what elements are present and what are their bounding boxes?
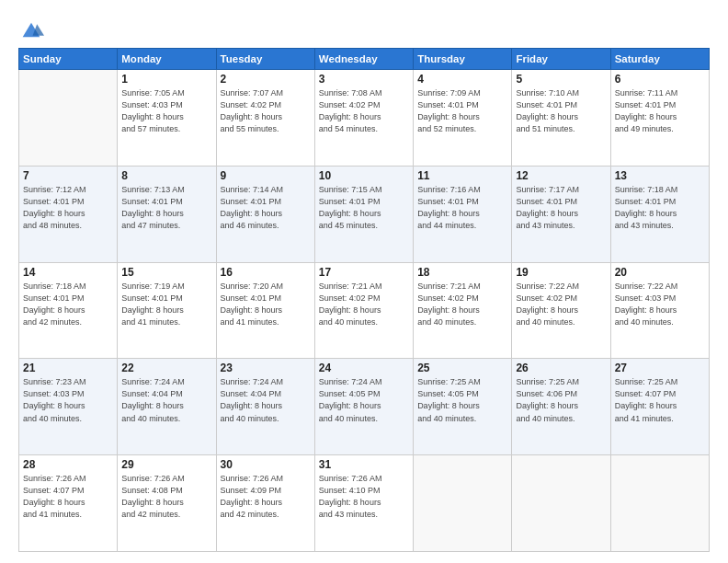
day-number: 26 — [516, 362, 606, 374]
day-number: 27 — [615, 362, 705, 374]
day-number: 12 — [516, 169, 606, 182]
logo — [18, 18, 48, 44]
day-detail: Sunrise: 7:09 AM Sunset: 4:01 PM Dayligh… — [417, 87, 507, 135]
day-detail: Sunrise: 7:21 AM Sunset: 4:02 PM Dayligh… — [417, 281, 507, 328]
day-number: 1 — [121, 73, 211, 86]
day-number: 16 — [221, 266, 311, 279]
day-number: 22 — [121, 362, 211, 374]
calendar-cell — [19, 70, 118, 167]
weekday-header-monday: Monday — [118, 49, 216, 70]
calendar-cell: 24Sunrise: 7:24 AM Sunset: 4:05 PM Dayli… — [314, 359, 413, 455]
day-number: 31 — [319, 458, 409, 471]
calendar-cell: 23Sunrise: 7:24 AM Sunset: 4:04 PM Dayli… — [216, 359, 314, 455]
weekday-header-thursday: Thursday — [414, 49, 512, 70]
calendar-cell: 20Sunrise: 7:22 AM Sunset: 4:03 PM Dayli… — [610, 262, 709, 359]
day-number: 17 — [319, 266, 409, 279]
day-detail: Sunrise: 7:23 AM Sunset: 4:03 PM Dayligh… — [23, 376, 113, 424]
day-detail: Sunrise: 7:24 AM Sunset: 4:05 PM Dayligh… — [319, 376, 409, 424]
day-detail: Sunrise: 7:16 AM Sunset: 4:01 PM Dayligh… — [417, 184, 507, 232]
calendar-cell: 26Sunrise: 7:25 AM Sunset: 4:06 PM Dayli… — [512, 359, 610, 455]
calendar-cell: 5Sunrise: 7:10 AM Sunset: 4:01 PM Daylig… — [512, 70, 610, 167]
day-number: 30 — [221, 458, 311, 471]
calendar-cell: 25Sunrise: 7:25 AM Sunset: 4:05 PM Dayli… — [414, 359, 512, 455]
calendar-cell: 17Sunrise: 7:21 AM Sunset: 4:02 PM Dayli… — [314, 262, 413, 359]
day-detail: Sunrise: 7:22 AM Sunset: 4:02 PM Dayligh… — [516, 281, 606, 328]
weekday-header-tuesday: Tuesday — [216, 49, 314, 70]
day-number: 24 — [319, 362, 409, 374]
day-detail: Sunrise: 7:18 AM Sunset: 4:01 PM Dayligh… — [615, 184, 705, 232]
calendar-cell: 9Sunrise: 7:14 AM Sunset: 4:01 PM Daylig… — [216, 166, 314, 262]
day-detail: Sunrise: 7:25 AM Sunset: 4:05 PM Dayligh… — [417, 376, 507, 424]
calendar-cell: 13Sunrise: 7:18 AM Sunset: 4:01 PM Dayli… — [610, 166, 709, 262]
calendar-cell: 8Sunrise: 7:13 AM Sunset: 4:01 PM Daylig… — [118, 166, 216, 262]
day-detail: Sunrise: 7:24 AM Sunset: 4:04 PM Dayligh… — [121, 376, 211, 424]
day-detail: Sunrise: 7:18 AM Sunset: 4:01 PM Dayligh… — [23, 281, 113, 328]
day-detail: Sunrise: 7:15 AM Sunset: 4:01 PM Dayligh… — [319, 184, 409, 232]
day-detail: Sunrise: 7:26 AM Sunset: 4:08 PM Dayligh… — [121, 473, 211, 521]
calendar-cell: 19Sunrise: 7:22 AM Sunset: 4:02 PM Dayli… — [512, 262, 610, 359]
day-number: 2 — [221, 73, 311, 86]
day-detail: Sunrise: 7:22 AM Sunset: 4:03 PM Dayligh… — [615, 281, 705, 328]
weekday-header-wednesday: Wednesday — [314, 49, 413, 70]
day-number: 19 — [516, 266, 606, 279]
day-detail: Sunrise: 7:05 AM Sunset: 4:03 PM Dayligh… — [121, 87, 211, 135]
calendar-cell: 15Sunrise: 7:19 AM Sunset: 4:01 PM Dayli… — [118, 262, 216, 359]
calendar-cell: 29Sunrise: 7:26 AM Sunset: 4:08 PM Dayli… — [118, 455, 216, 552]
day-number: 6 — [615, 73, 705, 86]
weekday-header-saturday: Saturday — [610, 49, 709, 70]
day-number: 8 — [121, 169, 211, 182]
calendar-cell: 4Sunrise: 7:09 AM Sunset: 4:01 PM Daylig… — [414, 70, 512, 167]
calendar-cell: 27Sunrise: 7:25 AM Sunset: 4:07 PM Dayli… — [610, 359, 709, 455]
day-detail: Sunrise: 7:26 AM Sunset: 4:09 PM Dayligh… — [221, 473, 311, 521]
day-number: 7 — [23, 169, 113, 182]
calendar-cell: 31Sunrise: 7:26 AM Sunset: 4:10 PM Dayli… — [314, 455, 413, 552]
day-number: 3 — [319, 73, 409, 86]
weekday-header-sunday: Sunday — [19, 49, 118, 70]
logo-icon — [18, 18, 44, 44]
day-detail: Sunrise: 7:07 AM Sunset: 4:02 PM Dayligh… — [221, 87, 311, 135]
calendar-row-3: 21Sunrise: 7:23 AM Sunset: 4:03 PM Dayli… — [19, 359, 710, 455]
calendar-cell: 30Sunrise: 7:26 AM Sunset: 4:09 PM Dayli… — [216, 455, 314, 552]
header — [18, 15, 710, 44]
day-detail: Sunrise: 7:25 AM Sunset: 4:06 PM Dayligh… — [516, 376, 606, 424]
calendar-cell: 16Sunrise: 7:20 AM Sunset: 4:01 PM Dayli… — [216, 262, 314, 359]
day-detail: Sunrise: 7:11 AM Sunset: 4:01 PM Dayligh… — [615, 87, 705, 135]
day-detail: Sunrise: 7:08 AM Sunset: 4:02 PM Dayligh… — [319, 87, 409, 135]
calendar-cell: 10Sunrise: 7:15 AM Sunset: 4:01 PM Dayli… — [314, 166, 413, 262]
day-detail: Sunrise: 7:26 AM Sunset: 4:07 PM Dayligh… — [23, 473, 113, 521]
day-number: 29 — [121, 458, 211, 471]
day-number: 13 — [615, 169, 705, 182]
calendar-cell: 7Sunrise: 7:12 AM Sunset: 4:01 PM Daylig… — [19, 166, 118, 262]
day-detail: Sunrise: 7:14 AM Sunset: 4:01 PM Dayligh… — [221, 184, 311, 232]
day-number: 20 — [615, 266, 705, 279]
calendar-table: SundayMondayTuesdayWednesdayThursdayFrid… — [18, 48, 710, 552]
day-number: 10 — [319, 169, 409, 182]
day-number: 18 — [417, 266, 507, 279]
day-detail: Sunrise: 7:21 AM Sunset: 4:02 PM Dayligh… — [319, 281, 409, 328]
calendar-cell: 6Sunrise: 7:11 AM Sunset: 4:01 PM Daylig… — [610, 70, 709, 167]
day-number: 4 — [417, 73, 507, 86]
calendar-cell: 14Sunrise: 7:18 AM Sunset: 4:01 PM Dayli… — [19, 262, 118, 359]
day-detail: Sunrise: 7:19 AM Sunset: 4:01 PM Dayligh… — [121, 281, 211, 328]
day-number: 11 — [417, 169, 507, 182]
page: SundayMondayTuesdayWednesdayThursdayFrid… — [0, 0, 728, 563]
day-number: 23 — [221, 362, 311, 374]
calendar-cell — [610, 455, 709, 552]
day-number: 25 — [417, 362, 507, 374]
calendar-cell: 21Sunrise: 7:23 AM Sunset: 4:03 PM Dayli… — [19, 359, 118, 455]
calendar-row-1: 7Sunrise: 7:12 AM Sunset: 4:01 PM Daylig… — [19, 166, 710, 262]
calendar-row-4: 28Sunrise: 7:26 AM Sunset: 4:07 PM Dayli… — [19, 455, 710, 552]
calendar-cell: 28Sunrise: 7:26 AM Sunset: 4:07 PM Dayli… — [19, 455, 118, 552]
day-number: 9 — [221, 169, 311, 182]
calendar-cell — [512, 455, 610, 552]
day-number: 5 — [516, 73, 606, 86]
calendar-cell: 12Sunrise: 7:17 AM Sunset: 4:01 PM Dayli… — [512, 166, 610, 262]
day-detail: Sunrise: 7:25 AM Sunset: 4:07 PM Dayligh… — [615, 376, 705, 424]
calendar-cell: 3Sunrise: 7:08 AM Sunset: 4:02 PM Daylig… — [314, 70, 413, 167]
calendar-row-2: 14Sunrise: 7:18 AM Sunset: 4:01 PM Dayli… — [19, 262, 710, 359]
calendar-cell: 1Sunrise: 7:05 AM Sunset: 4:03 PM Daylig… — [118, 70, 216, 167]
calendar-cell — [414, 455, 512, 552]
day-detail: Sunrise: 7:20 AM Sunset: 4:01 PM Dayligh… — [221, 281, 311, 328]
calendar-cell: 11Sunrise: 7:16 AM Sunset: 4:01 PM Dayli… — [414, 166, 512, 262]
day-detail: Sunrise: 7:10 AM Sunset: 4:01 PM Dayligh… — [516, 87, 606, 135]
